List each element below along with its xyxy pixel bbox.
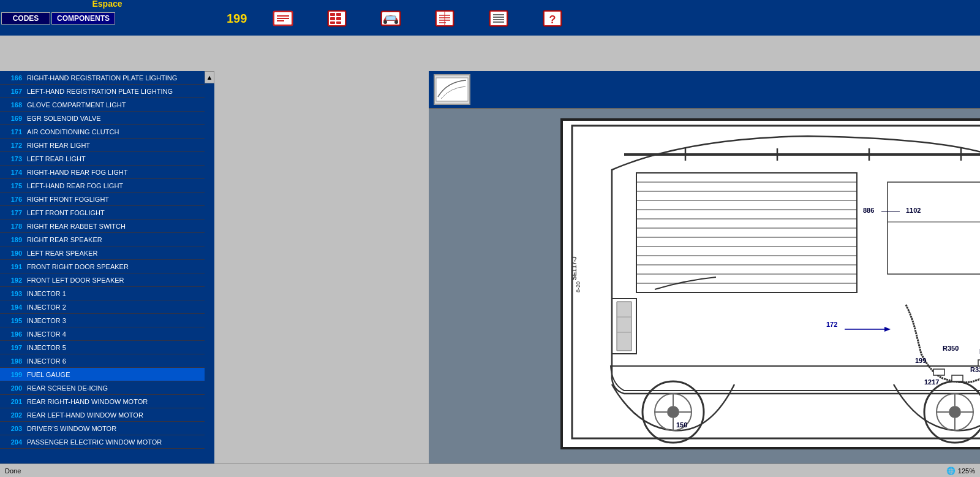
item-number: 169	[0, 113, 24, 123]
item-number: 190	[0, 248, 24, 258]
list-item[interactable]: 178RIGHT REAR RABBET SWITCH	[0, 219, 205, 233]
fuse-box-icon-btn[interactable]	[325, 7, 349, 30]
list-item[interactable]: 198INJECTOR 6	[0, 354, 205, 368]
list-item[interactable]: 171AIR CONDITIONING CLUTCH	[0, 125, 205, 139]
list-item[interactable]: 202REAR LEFT-HAND WINDOW MOTOR	[0, 408, 205, 422]
item-label: INJECTOR 1	[24, 289, 205, 299]
list-item[interactable]: 168GLOVE COMPARTMENT LIGHT	[0, 98, 205, 112]
diagram-svg: SE117-J S20 8-20	[563, 121, 980, 446]
list-item[interactable]: 169EGR SOLENOID VALVE	[0, 112, 205, 125]
item-label: FRONT LEFT DOOR SPEAKER	[24, 275, 205, 285]
item-number: 173	[0, 154, 24, 164]
item-number: 192	[0, 275, 24, 285]
list-item[interactable]: 195INJECTOR 3	[0, 314, 205, 327]
list-item[interactable]: 173LEFT REAR LIGHT	[0, 152, 205, 166]
list-item[interactable]: 172RIGHT REAR LIGHT	[0, 139, 205, 152]
thumbnail-image[interactable]	[434, 74, 470, 105]
item-number: 204	[0, 437, 24, 447]
svg-rect-17	[386, 16, 396, 20]
item-label: INJECTOR 2	[24, 302, 205, 312]
item-number: 172	[0, 140, 24, 150]
left-top-section: Espace CODES COMPONENTS	[0, 0, 214, 33]
item-number: 178	[0, 221, 24, 231]
item-label: REAR RIGHT-HAND WINDOW MOTOR	[24, 397, 205, 406]
svg-rect-8	[336, 13, 341, 16]
scroll-up-arrow[interactable]: ▲	[205, 71, 214, 83]
wiring-icon-btn[interactable]	[271, 7, 295, 30]
list-item[interactable]: 199FUEL GAUGE	[0, 368, 205, 381]
book-icon-btn[interactable]	[433, 7, 456, 30]
item-label: PASSENGER ELECTRIC WINDOW MOTOR	[24, 437, 205, 447]
item-label: LEFT REAR LIGHT	[24, 154, 205, 164]
diagram-area: SE117-J S20 8-20	[429, 109, 980, 477]
item-number: 201	[0, 397, 24, 406]
item-label: LEFT-HAND REGISTRATION PLATE LIGHTING	[24, 86, 205, 96]
item-number: 189	[0, 235, 24, 245]
item-label: INJECTOR 4	[24, 329, 205, 339]
svg-point-71	[949, 406, 961, 418]
item-number: 196	[0, 329, 24, 339]
item-number: 174	[0, 167, 24, 177]
list-item[interactable]: 197INJECTOR 5	[0, 341, 205, 354]
list-item[interactable]: 177LEFT FRONT FOGLIGHT	[0, 206, 205, 219]
right-panel: SE117-J S20 8-20	[429, 71, 980, 477]
item-label: REAR SCREEN DE-ICING	[24, 383, 205, 393]
list-item[interactable]: 201REAR RIGHT-HAND WINDOW MOTOR	[0, 395, 205, 408]
svg-text:R350: R350	[943, 345, 959, 352]
item-number: 176	[0, 194, 24, 204]
svg-rect-7	[330, 13, 335, 16]
list-item[interactable]: 176RIGHT FRONT FOGLIGHT	[0, 193, 205, 206]
car-icon-btn[interactable]	[379, 7, 402, 30]
right-toolbar: 199	[214, 0, 980, 33]
list-item[interactable]: 167LEFT-HAND REGISTRATION PLATE LIGHTING	[0, 85, 205, 98]
item-number: 200	[0, 383, 24, 393]
list-item[interactable]: 204PASSENGER ELECTRIC WINDOW MOTOR	[0, 435, 205, 449]
list-item[interactable]: 203DRIVER'S WINDOW MOTOR	[0, 422, 205, 435]
list-item[interactable]: 193INJECTOR 1	[0, 287, 205, 300]
left-panel: ▲ 166RIGHT-HAND REGISTRATION PLATE LIGHT…	[0, 71, 214, 477]
list-item[interactable]: 200REAR SCREEN DE-ICING	[0, 381, 205, 395]
svg-rect-35	[436, 78, 468, 101]
list-item[interactable]: 192FRONT LEFT DOOR SPEAKER	[0, 273, 205, 287]
item-label: RIGHT FRONT FOGLIGHT	[24, 194, 205, 204]
item-label: LEFT REAR SPEAKER	[24, 248, 205, 258]
list-item[interactable]: 175LEFT-HAND REAR FOG LIGHT	[0, 179, 205, 193]
status-text: Done	[5, 467, 21, 475]
help-icon-btn[interactable]: ?	[541, 7, 564, 30]
item-label: RIGHT-HAND REGISTRATION PLATE LIGHTING	[24, 73, 205, 83]
item-number: 203	[0, 424, 24, 433]
item-number: 167	[0, 86, 24, 96]
svg-rect-9	[330, 17, 335, 20]
item-label: INJECTOR 3	[24, 316, 205, 326]
item-label: RIGHT-HAND REAR FOG LIGHT	[24, 167, 205, 177]
list-item[interactable]: 166RIGHT-HAND REGISTRATION PLATE LIGHTIN…	[0, 71, 205, 85]
codes-button[interactable]: CODES	[1, 12, 50, 25]
svg-text:1102: 1102	[906, 207, 921, 214]
components-button[interactable]: COMPONENTS	[51, 12, 115, 25]
item-number: 199	[0, 370, 24, 380]
svg-text:150: 150	[676, 421, 687, 429]
list-item[interactable]: 174RIGHT-HAND REAR FOG LIGHT	[0, 166, 205, 179]
item-label: GLOVE COMPARTMENT LIGHT	[24, 100, 205, 110]
list-item[interactable]: 189RIGHT REAR SPEAKER	[0, 233, 205, 246]
svg-text:R336: R336	[970, 366, 980, 373]
list-icon-btn[interactable]	[487, 7, 510, 30]
codes-components-bar: CODES COMPONENTS	[0, 10, 214, 27]
svg-rect-10	[336, 17, 341, 20]
item-number: 194	[0, 302, 24, 312]
diagram-container: SE117-J S20 8-20	[560, 118, 980, 449]
item-number: 171	[0, 127, 24, 137]
svg-point-64	[667, 406, 679, 418]
list-item[interactable]: 190LEFT REAR SPEAKER	[0, 246, 205, 260]
list-item[interactable]: 191FRONT RIGHT DOOR SPEAKER	[0, 260, 205, 273]
svg-point-16	[394, 20, 398, 24]
list-item[interactable]: 194INJECTOR 2	[0, 300, 205, 314]
item-label: LEFT-HAND REAR FOG LIGHT	[24, 181, 205, 191]
svg-text:172: 172	[826, 321, 837, 328]
item-number: 198	[0, 356, 24, 366]
item-label: LEFT FRONT FOGLIGHT	[24, 208, 205, 218]
svg-marker-80	[884, 327, 891, 332]
zoom-text: 125%	[958, 467, 975, 475]
list-item[interactable]: 196INJECTOR 4	[0, 327, 205, 341]
internet-icon: 🌐	[946, 467, 956, 475]
